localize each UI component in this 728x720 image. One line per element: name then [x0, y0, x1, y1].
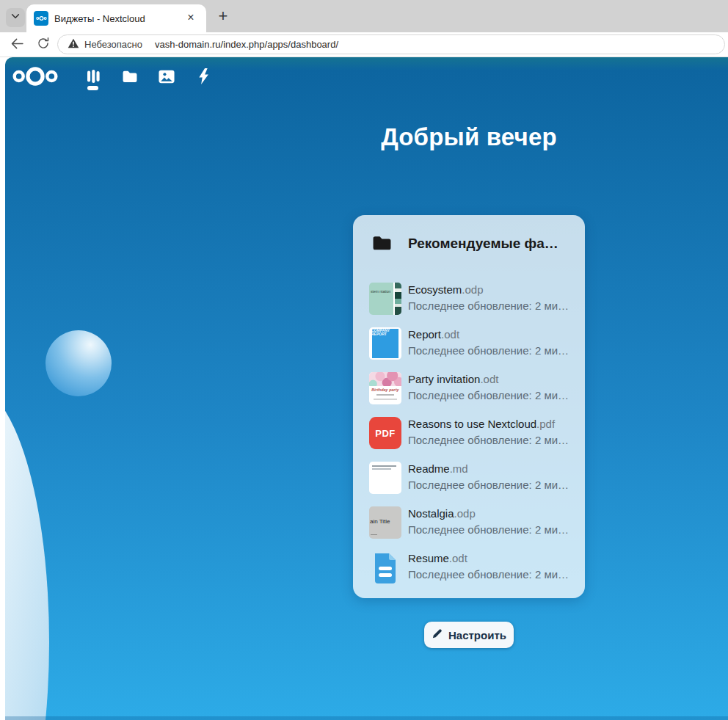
pdf-icon: PDF [369, 417, 401, 449]
greeting-title: Добрый вечер [322, 123, 616, 151]
customize-label: Настроить [448, 629, 506, 641]
file-name: Readme.md [408, 462, 468, 475]
nextcloud-logo-icon[interactable] [12, 64, 59, 89]
nextcloud-page: Добрый вечер Рекомендуемые фа… stem ntat… [5, 57, 728, 720]
file-name: Resume.odt [408, 552, 467, 564]
pencil-icon [432, 628, 443, 642]
back-button[interactable] [8, 36, 26, 54]
thumb-line [376, 394, 394, 396]
thumb-line [371, 534, 377, 536]
background-sphere [46, 330, 112, 396]
file-name: Reasons to use Nextcloud.pdf [408, 418, 555, 430]
black-folder-icon [372, 235, 392, 252]
recommended-files-widget: Рекомендуемые фа… stem ntation Ecosystem… [353, 215, 585, 598]
file-thumbnail: ain Title [369, 506, 401, 539]
thumb-text: stem ntation [371, 289, 390, 294]
thumb-text: Birthday party [369, 388, 401, 392]
file-name: Ecosystem.odp [408, 283, 484, 296]
browser-tab[interactable]: Виджеты - Nextcloud × [26, 4, 206, 32]
file-thumbnail: COMPANY REPORT [369, 327, 401, 360]
refresh-icon [36, 36, 51, 54]
background-wave-shape [5, 385, 49, 720]
file-row-readme[interactable]: Readme.md Последнее обновление: 2 ми… [353, 462, 585, 498]
thumb-collage [369, 372, 401, 386]
lightning-bolt-icon [198, 68, 209, 87]
image-icon [159, 70, 175, 87]
chevron-down-icon [10, 11, 21, 24]
file-row-ecosystem[interactable]: stem ntation Ecosystem.odp Последнее обн… [353, 283, 585, 319]
file-thumbnail: Birthday party [369, 372, 401, 404]
nav-dashboard-button[interactable] [84, 70, 102, 86]
file-status: Последнее обновление: 2 ми… [408, 389, 569, 401]
close-tab-icon[interactable]: × [183, 10, 199, 26]
new-tab-button[interactable]: + [214, 7, 233, 26]
thumb-text: ain Title [370, 518, 390, 525]
browser-address-bar: Небезопасно vash-domain.ru/index.php/app… [0, 32, 728, 57]
customize-button[interactable]: Настроить [424, 622, 514, 648]
pdf-label: PDF [375, 428, 396, 439]
reload-button[interactable] [34, 36, 52, 54]
file-status: Последнее обновление: 2 ми… [408, 568, 569, 581]
file-status: Последнее обновление: 2 ми… [408, 479, 569, 491]
warning-triangle-icon[interactable] [68, 38, 79, 51]
browser-tab-bar: Виджеты - Nextcloud × + [0, 0, 728, 32]
nextcloud-favicon-icon [34, 11, 48, 26]
widget-title: Рекомендуемые фа… [408, 236, 558, 252]
thumb-text: COMPANY REPORT [371, 329, 389, 336]
file-status: Последнее обновление: 2 ми… [408, 523, 569, 536]
file-thumbnail: stem ntation [369, 283, 401, 315]
file-status: Последнее обновление: 2 ми… [408, 434, 569, 446]
file-status: Последнее обновление: 2 ми… [408, 344, 569, 357]
file-name: Party invitation.odt [408, 373, 498, 385]
file-thumbnail [369, 462, 401, 494]
thumb-image-strip [393, 283, 401, 315]
file-row-nostalgia[interactable]: ain Title Nostalgia.odp Последнее обновл… [353, 506, 585, 543]
url-text[interactable]: vash-domain.ru/index.php/apps/dashboard/ [155, 39, 338, 50]
arrow-left-icon [10, 36, 25, 54]
file-row-report[interactable]: COMPANY REPORT Report.odt Последнее обно… [353, 327, 585, 364]
url-field[interactable]: Небезопасно vash-domain.ru/index.php/app… [57, 34, 725, 54]
file-name: Report.odt [408, 328, 459, 341]
dashboard-bars-icon [87, 69, 100, 87]
folder-icon [122, 70, 138, 86]
file-row-party-invitation[interactable]: Birthday party Party invitation.odt Посл… [353, 372, 585, 409]
file-status: Последнее обновление: 2 ми… [408, 299, 569, 312]
tab-title: Виджеты - Nextcloud [54, 13, 145, 24]
document-icon [369, 551, 401, 583]
active-app-indicator [87, 86, 98, 90]
file-name: Nostalgia.odp [408, 507, 476, 520]
security-label[interactable]: Небезопасно [84, 39, 142, 50]
file-row-reasons-pdf[interactable]: PDF Reasons to use Nextcloud.pdf Последн… [353, 417, 585, 454]
file-row-resume[interactable]: Resume.odt Последнее обновление: 2 ми… [353, 551, 585, 588]
tab-search-button[interactable] [6, 8, 25, 27]
thumb-line [374, 399, 397, 400]
nav-photos-button[interactable] [158, 70, 175, 86]
nav-activity-button[interactable] [194, 70, 212, 86]
nav-files-button[interactable] [121, 70, 139, 86]
